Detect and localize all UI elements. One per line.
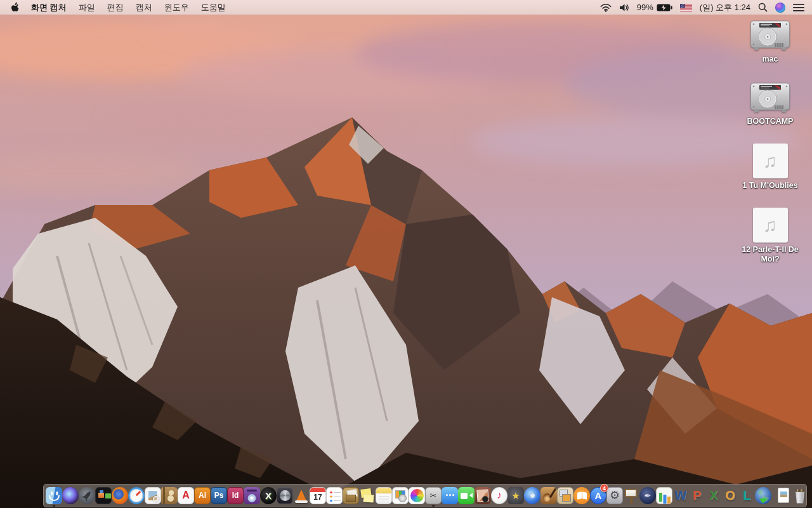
active-app-menu[interactable]: 화면 캡처 <box>31 2 67 13</box>
mission-control-icon <box>95 487 112 504</box>
finder-dock-icon[interactable] <box>46 485 62 505</box>
clock[interactable]: (일) 오후 1:24 <box>700 2 750 13</box>
icon-glyph: ✒ <box>645 491 652 500</box>
ms-outlook-dock-icon[interactable]: O <box>722 485 738 505</box>
desktop-icon-audio-file-1[interactable]: ♫1 Tu M'Oublies <box>737 144 803 190</box>
volume-icon <box>619 3 629 12</box>
desktop-icon-label: 12 Parle-T-Il De Moi? <box>737 245 803 264</box>
messages-dock-icon[interactable] <box>442 485 458 505</box>
imovie-dock-icon[interactable]: ★ <box>508 485 524 505</box>
adobe-acrobat-dock-icon[interactable]: A <box>178 485 194 505</box>
dvd-app-icon <box>524 487 540 504</box>
disc-utility-app-dock-icon[interactable] <box>277 485 293 505</box>
siri-menu[interactable] <box>775 3 785 13</box>
contacts-dock-icon[interactable] <box>161 485 178 505</box>
document-file-dock-icon[interactable] <box>775 485 792 505</box>
input-source-menu[interactable] <box>680 4 692 11</box>
icon-glyph: X <box>709 489 717 502</box>
desktop-icon-label: 1 Tu M'Oublies <box>742 181 797 190</box>
illustrator-icon: Ai <box>194 487 211 504</box>
menubar-menu-0[interactable]: 파일 <box>79 2 95 13</box>
stickies-dock-icon[interactable] <box>359 485 376 505</box>
installer-document-app-dock-icon[interactable] <box>392 485 409 505</box>
system-preferences-dock-icon[interactable]: ⚙ <box>606 485 623 505</box>
icon-glyph: ♪ <box>497 490 502 500</box>
calendar-dock-icon[interactable]: 17 <box>310 485 326 505</box>
adobe-indesign-dock-icon[interactable]: Id <box>227 485 244 505</box>
desktop-icon-label: BOOTCAMP <box>747 117 794 126</box>
menubar-menu-2[interactable]: 캡처 <box>136 2 152 13</box>
finder-icon <box>46 487 62 504</box>
mission-control-dock-icon[interactable] <box>95 485 112 505</box>
music-note-icon: ♫ <box>763 216 778 235</box>
icon-glyph: L <box>743 489 750 502</box>
imovie-icon: ★ <box>508 487 524 504</box>
ibooks-dock-icon[interactable] <box>573 485 590 505</box>
ms-lync-dock-icon[interactable]: L <box>738 485 755 505</box>
itunes-dock-icon[interactable]: ♪ <box>491 485 508 505</box>
wifi-menu[interactable] <box>600 3 612 12</box>
launchpad-dock-icon[interactable] <box>79 485 95 505</box>
archive-box-icon <box>343 487 359 504</box>
browser-download-app-dock-icon[interactable] <box>755 485 771 505</box>
dvd-media-app-dock-icon[interactable] <box>524 485 540 505</box>
menubar-menu-3[interactable]: 윈도우 <box>164 2 189 13</box>
adobe-illustrator-dock-icon[interactable]: Ai <box>194 485 211 505</box>
keynote-dock-icon[interactable] <box>623 485 639 505</box>
notification-center-menu[interactable] <box>793 4 804 11</box>
reminders-dock-icon[interactable] <box>326 485 343 505</box>
photoshop-icon: Ps <box>211 487 227 504</box>
ms-powerpoint-dock-icon[interactable]: P <box>689 485 705 505</box>
battery-menu[interactable]: 99% <box>637 3 672 12</box>
facetime-icon <box>458 487 475 504</box>
menubar-menu-4[interactable]: 도움말 <box>201 2 226 13</box>
word-icon: W <box>672 487 689 504</box>
outlook-icon: O <box>722 487 738 504</box>
hard-drive-icon <box>750 81 790 114</box>
menubar-menu-1[interactable]: 편집 <box>107 2 124 13</box>
sys-prefs-icon: ⚙ <box>606 487 623 504</box>
news-collage-app-dock-icon[interactable] <box>557 485 573 505</box>
siri-icon <box>62 487 79 504</box>
preview-dock-icon[interactable] <box>145 485 161 505</box>
audio-file-icon: ♫ <box>753 208 788 243</box>
icon-glyph: P <box>693 489 701 502</box>
vlc-icon <box>293 487 310 504</box>
acrobat-icon: A <box>178 487 194 504</box>
desktop-icon-label: mac <box>762 55 778 64</box>
indesign-icon: Id <box>227 487 244 504</box>
app-store-dock-icon[interactable]: A4 <box>590 485 606 505</box>
pages-icon: ✒ <box>639 487 656 504</box>
archive-utility-app-dock-icon[interactable] <box>343 485 359 505</box>
icon-glyph: O <box>725 489 735 502</box>
x-media-app-dock-icon[interactable]: X <box>260 485 277 505</box>
x-app-icon: X <box>260 487 277 504</box>
apple-menu[interactable] <box>10 2 19 13</box>
icon-glyph: X <box>265 491 272 500</box>
safari-dock-icon[interactable] <box>128 485 145 505</box>
ms-excel-dock-icon[interactable]: X <box>705 485 722 505</box>
vlc-dock-icon[interactable] <box>293 485 310 505</box>
numbers-dock-icon[interactable] <box>656 485 672 505</box>
toast-titanium-dock-icon[interactable] <box>244 485 260 505</box>
grab-screen-capture-dock-icon[interactable]: ✂ <box>425 485 442 505</box>
photo-booth-dock-icon[interactable] <box>475 485 491 505</box>
adobe-photoshop-dock-icon[interactable]: Ps <box>211 485 227 505</box>
desktop-icon-mac-drive[interactable]: mac <box>737 19 803 64</box>
notes-dock-icon[interactable] <box>376 485 392 505</box>
firefox-dock-icon[interactable] <box>112 485 128 505</box>
spotlight-menu[interactable] <box>758 3 768 12</box>
facetime-dock-icon[interactable] <box>458 485 475 505</box>
lync-icon: L <box>738 487 755 504</box>
photos-dock-icon[interactable] <box>409 485 425 505</box>
desktop-icon-bootcamp-drive[interactable]: BOOTCAMP <box>737 81 803 126</box>
garageband-dock-icon[interactable] <box>540 485 557 505</box>
volume-menu[interactable] <box>619 3 629 12</box>
dock: AAiPsIdX17✂♪★A4⚙✒WPXOL <box>43 484 807 507</box>
pages-dock-icon[interactable]: ✒ <box>639 485 656 505</box>
ms-word-dock-icon[interactable]: W <box>672 485 689 505</box>
menu-bar-left: 화면 캡처 파일편집캡처윈도우도움말 <box>10 2 226 13</box>
desktop-icon-audio-file-2[interactable]: ♫12 Parle-T-Il De Moi? <box>737 208 803 264</box>
trash-full-dock-icon[interactable] <box>792 485 808 505</box>
siri-dock-icon[interactable] <box>62 485 79 505</box>
